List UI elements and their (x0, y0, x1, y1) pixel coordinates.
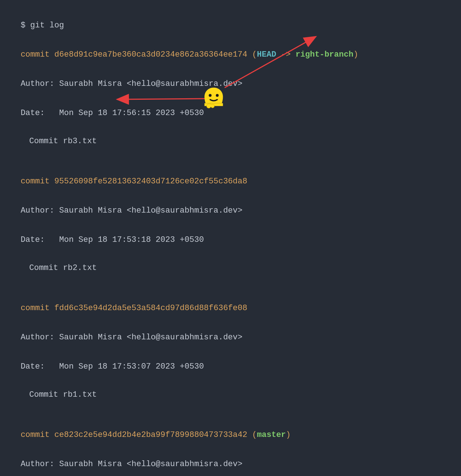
commit-message: Commit rb1.txt (11, 389, 450, 401)
head-ref: HEAD (257, 50, 276, 59)
date-line: Date: Mon Sep 18 17:56:15 2023 +0530 (11, 95, 450, 119)
author-value: Saurabh Misra <hello@saurabhmisra.dev> (59, 333, 243, 342)
terminal-prompt: $ git log (11, 7, 450, 31)
date-label: Date: (20, 362, 59, 371)
commit-line: commit d6e8d91c9ea7be360ca3d0234e862a363… (11, 37, 450, 61)
commit-hash: ce823c2e5e94dd2b4e2ba99f7899880473733a42 (54, 430, 247, 439)
author-line: Author: Saurabh Misra <hello@saurabhmisr… (11, 319, 450, 343)
author-label: Author: (20, 79, 59, 88)
blank-line (11, 279, 450, 290)
branch-name: master (257, 430, 286, 439)
commit-hash: fdd6c35e94d2da5e53a584cd97d86d88f636fe08 (54, 304, 247, 313)
author-label: Author: (20, 206, 59, 215)
author-line: Author: Saurabh Misra <hello@saurabhmisr… (11, 446, 450, 470)
blank-line (11, 152, 450, 163)
blank-line (11, 251, 450, 262)
commit-label: commit (20, 50, 54, 59)
author-value: Saurabh Misra <hello@saurabhmisra.dev> (59, 460, 243, 469)
ref-close-paren: ) (286, 430, 291, 439)
commit-label: commit (20, 304, 54, 313)
date-value: Mon Sep 18 17:56:15 2023 +0530 (59, 108, 204, 118)
commit-hash: d6e8d91c9ea7be360ca3d0234e862a36364ee174 (54, 50, 247, 59)
author-line: Author: Saurabh Misra <hello@saurabhmisr… (11, 193, 450, 217)
author-value: Saurabh Misra <hello@saurabhmisra.dev> (59, 79, 243, 88)
ref-open-paren: ( (247, 50, 257, 59)
date-line: Date: Mon Sep 18 17:53:18 2023 +0530 (11, 222, 450, 246)
date-value: Mon Sep 18 17:53:07 2023 +0530 (59, 362, 204, 371)
date-label: Date: (20, 108, 59, 118)
prompt-text: $ git log (20, 21, 64, 30)
author-line: Author: Saurabh Misra <hello@saurabhmisr… (11, 66, 450, 90)
blank-line (11, 406, 450, 417)
author-value: Saurabh Misra <hello@saurabhmisra.dev> (59, 206, 243, 215)
commit-message: Commit rb2.txt (11, 262, 450, 274)
commit-label: commit (20, 177, 54, 186)
author-label: Author: (20, 460, 59, 469)
branch-name: right-branch (296, 50, 353, 59)
commit-line: commit 95526098fe52813632403d7126ce02cf5… (11, 163, 450, 187)
blank-line (11, 378, 450, 389)
date-line: Date: Mon Sep 18 17:53:07 2023 +0530 (11, 349, 450, 373)
commit-hash: 95526098fe52813632403d7126ce02cf55c36da8 (54, 177, 247, 186)
date-value: Mon Sep 18 17:53:18 2023 +0530 (59, 235, 204, 244)
blank-line (11, 124, 450, 135)
date-label: Date: (20, 235, 59, 244)
commit-line: commit fdd6c35e94d2da5e53a584cd97d86d88f… (11, 290, 450, 314)
ref-arrow: -> (276, 50, 296, 59)
commit-message: Commit rb3.txt (11, 135, 450, 147)
commit-line: commit ce823c2e5e94dd2b4e2ba99f789988047… (11, 417, 450, 441)
author-label: Author: (20, 333, 59, 342)
ref-close-paren: ) (353, 50, 358, 59)
commit-label: commit (20, 430, 54, 439)
ref-open-paren: ( (247, 430, 257, 439)
